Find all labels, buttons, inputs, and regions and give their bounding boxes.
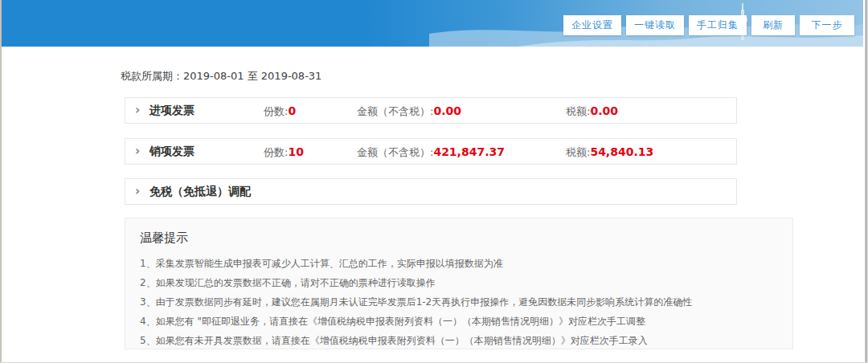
tax-period-value: 2019-08-01 至 2019-08-31 (183, 70, 321, 82)
tax-value: 0.00 (590, 104, 618, 117)
tips-title: 温馨提示 (140, 230, 792, 246)
chevron-right-icon: › (135, 98, 140, 123)
app-header: 企业设置 一键读取 手工归集 刷新 下一步 (1, 0, 863, 47)
window-border-left (0, 0, 2, 362)
enterprise-settings-button[interactable]: 企业设置 (563, 15, 621, 35)
output-invoice-row[interactable]: › 销项发票 份数:10 金额（不含税）:421,847.37 税额:54,84… (125, 138, 737, 165)
chevron-right-icon: › (135, 179, 140, 204)
count-value: 10 (288, 145, 303, 158)
tax-label: 税额: (566, 105, 590, 117)
one-click-read-button[interactable]: 一键读取 (626, 15, 684, 35)
tip-item: 4、如果您有 "即征即退业务，请直接在《增值税纳税申报表附列资料（一）（本期销售… (140, 312, 792, 331)
tax-field: 税额:54,840.13 (566, 139, 653, 165)
amount-value: 421,847.37 (433, 145, 505, 158)
amount-field: 金额（不含税）:421,847.37 (357, 139, 505, 165)
tips-panel: 温馨提示 1、采集发票智能生成申报表可减少人工计算、汇总的工作，实际申报以填报数… (125, 218, 793, 349)
amount-label: 金额（不含税）: (357, 105, 433, 117)
amount-field: 金额（不含税）:0.00 (357, 98, 461, 124)
tip-item: 5、如果您有未开具发票数据，请直接在《增值税纳税申报表附列资料（一）（本期销售情… (140, 331, 792, 350)
count-label: 份数: (264, 105, 288, 117)
input-invoice-row[interactable]: › 进项发票 份数:0 金额（不含税）:0.00 税额:0.00 (125, 97, 737, 124)
next-step-button[interactable]: 下一步 (800, 15, 854, 35)
row-title: 进项发票 (149, 98, 194, 123)
count-label: 份数: (264, 146, 288, 158)
row-title: 免税（免抵退）调配 (149, 179, 251, 204)
tax-free-allocation-row[interactable]: › 免税（免抵退）调配 (125, 178, 737, 205)
tips-list: 1、采集发票智能生成申报表可减少人工计算、汇总的工作，实际申报以填报数据为准 2… (140, 254, 792, 350)
tax-period: 税款所属期：2019-08-01 至 2019-08-31 (121, 69, 321, 84)
chevron-right-icon: › (135, 139, 140, 164)
manual-collect-button[interactable]: 手工归集 (689, 15, 747, 35)
amount-value: 0.00 (433, 104, 461, 117)
tax-period-label: 税款所属期： (121, 70, 183, 82)
window-scrollbar[interactable] (863, 0, 868, 362)
count-field: 份数:10 (264, 139, 304, 165)
app-window: 企业设置 一键读取 手工归集 刷新 下一步 税款所属期：2019-08-01 至… (0, 0, 868, 363)
tax-label: 税额: (566, 146, 590, 158)
refresh-button[interactable]: 刷新 (751, 15, 795, 35)
count-field: 份数:0 (264, 98, 296, 124)
row-title: 销项发票 (149, 139, 194, 164)
tip-item: 2、如果发现汇总的发票数据不正确，请对不正确的票种进行读取操作 (140, 273, 792, 292)
tax-field: 税额:0.00 (566, 98, 618, 124)
count-value: 0 (288, 104, 296, 117)
header-toolbar: 企业设置 一键读取 手工归集 刷新 下一步 (563, 15, 854, 35)
amount-label: 金额（不含税）: (357, 146, 433, 158)
main-content: 税款所属期：2019-08-01 至 2019-08-31 › 进项发票 份数:… (2, 47, 862, 362)
tax-value: 54,840.13 (590, 145, 653, 158)
tip-item: 1、采集发票智能生成申报表可减少人工计算、汇总的工作，实际申报以填报数据为准 (140, 254, 792, 273)
tip-item: 3、由于发票数据同步有延时，建议您在属期月未认证完毕发票后1-2天再执行申报操作… (140, 292, 792, 312)
